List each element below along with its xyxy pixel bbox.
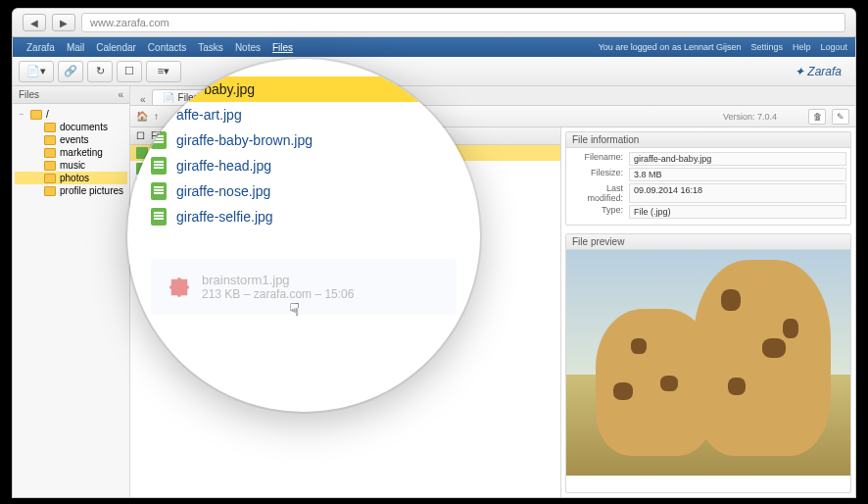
tree-root[interactable]: − /: [15, 108, 127, 121]
folder-icon: [30, 110, 42, 120]
back-button[interactable]: ◀: [23, 14, 46, 31]
folder-icon: [44, 161, 56, 171]
file-row[interactable]: giraffe-nose.jpg: [151, 178, 457, 204]
tree-item-photos[interactable]: photos: [15, 172, 127, 184]
folder-icon: [44, 135, 56, 145]
file-row[interactable]: giraffe-selfie.jpg: [151, 204, 457, 229]
file-row[interactable]: giraffe-baby-brown.jpg: [151, 127, 457, 153]
image-file-icon: [151, 157, 167, 175]
browser-nav-bar: ◀ ▶ www.zarafa.com: [12, 8, 856, 37]
type-label: Type:: [570, 205, 629, 219]
drop-filename: brainstorm1.jpg: [202, 273, 354, 287]
menu-zarafa[interactable]: Zarafa: [21, 42, 61, 53]
filesize-label: Filesize:: [570, 168, 629, 181]
home-icon[interactable]: 🏠: [136, 111, 148, 122]
image-file-icon: [151, 182, 167, 200]
settings-link[interactable]: Settings: [750, 42, 783, 52]
menu-files[interactable]: Files: [266, 42, 299, 53]
version-label: Version: 7.0.4: [723, 112, 777, 122]
filename-label: Filename:: [570, 152, 629, 166]
drop-indicator: brainstorm1.jpg 213 KB – zarafa.com – 15…: [151, 259, 457, 315]
file-info-header: File information: [566, 132, 850, 148]
file-row[interactable]: giraffe-head.jpg: [151, 153, 457, 178]
filename-value: giraffe-and-baby.jpg: [629, 152, 846, 166]
cursor-icon: ☟: [289, 299, 300, 321]
sidebar: Files « − / documentseventsmarketingmusi…: [13, 86, 130, 497]
tree-item-events[interactable]: events: [15, 133, 127, 146]
folder-icon: [44, 123, 56, 132]
file-row[interactable]: affe-art.jpg: [151, 102, 457, 127]
modified-value: 09.09.2014 16:18: [629, 183, 846, 203]
tabs-collapse-icon[interactable]: «: [136, 94, 150, 105]
tree-item-documents[interactable]: documents: [15, 121, 127, 133]
preview-header: File preview: [566, 234, 850, 250]
brand-label: ✦ Zarafa: [795, 65, 849, 78]
edit-button[interactable]: ✎: [832, 109, 849, 125]
menu-contacts[interactable]: Contacts: [142, 42, 192, 53]
folder-icon: [44, 148, 56, 158]
drop-meta: 213 KB – zarafa.com – 15:06: [202, 287, 354, 301]
folder-icon: [44, 186, 56, 196]
delete-button[interactable]: 🗑: [808, 109, 826, 125]
view-button[interactable]: ≡▾: [146, 61, 181, 82]
checkbox-header-icon[interactable]: ☐: [136, 130, 145, 141]
menu-mail[interactable]: Mail: [61, 42, 90, 53]
image-file-icon: [151, 208, 167, 226]
attach-button[interactable]: 🔗: [58, 61, 83, 82]
up-icon[interactable]: ↑: [154, 111, 159, 122]
forward-button[interactable]: ▶: [52, 14, 75, 31]
refresh-button[interactable]: ↻: [87, 61, 113, 82]
top-menu: Zarafa Mail Calendar Contacts Tasks Note…: [13, 37, 855, 57]
logout-link[interactable]: Logout: [820, 42, 847, 52]
tree-item-music[interactable]: music: [15, 159, 127, 172]
tree-item-profile-pictures[interactable]: profile pictures: [15, 184, 127, 197]
url-input[interactable]: www.zarafa.com: [81, 13, 845, 32]
preview-image: [566, 250, 850, 476]
menu-calendar[interactable]: Calendar: [90, 42, 142, 53]
sidebar-title: Files: [19, 89, 39, 100]
menu-tasks[interactable]: Tasks: [192, 42, 229, 53]
detail-panel: File information Filename:giraffe-and-ba…: [561, 127, 855, 497]
main-toolbar: 📄▾ 🔗 ↻ ☐ ≡▾ ✦ Zarafa: [13, 57, 855, 86]
print-button[interactable]: ☐: [117, 61, 142, 82]
filesize-value: 3.8 MB: [629, 168, 846, 181]
help-link[interactable]: Help: [793, 42, 811, 52]
folder-icon: [44, 174, 56, 183]
logged-in-text: You are logged on as Lennart Gijsen: [599, 42, 742, 52]
tree-item-marketing[interactable]: marketing: [15, 146, 127, 159]
magnifier-overlay: nd-baby.jpgaffe-art.jpggiraffe-baby-brow…: [127, 59, 480, 412]
menu-notes[interactable]: Notes: [229, 42, 266, 53]
new-button[interactable]: 📄▾: [19, 61, 54, 82]
sidebar-collapse-icon[interactable]: «: [118, 89, 123, 100]
type-value: File (.jpg): [629, 205, 846, 219]
modified-label: Last modified:: [570, 183, 629, 203]
puzzle-icon: [169, 277, 190, 298]
